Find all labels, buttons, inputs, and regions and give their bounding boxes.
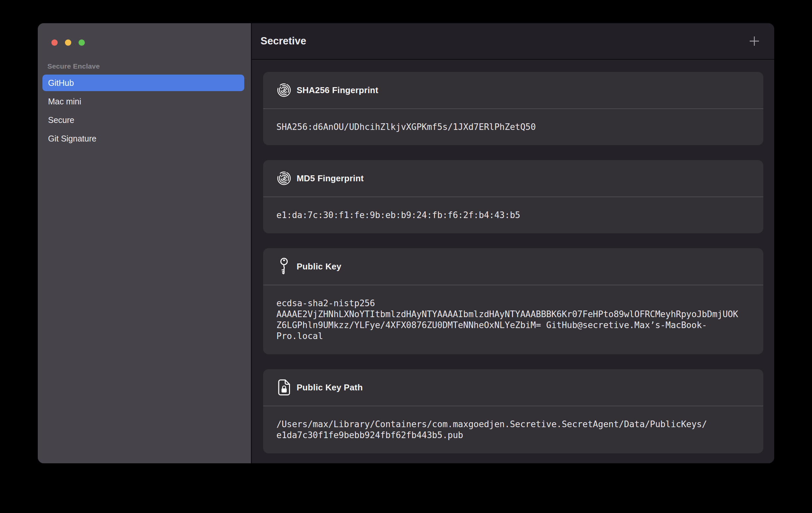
sidebar-item-label: Git Signature [48,134,96,143]
card-body: ecdsa-sha2-nistp256 AAAAE2VjZHNhLXNoYTIt… [263,285,763,354]
sidebar: Secure Enclave GitHub Mac mini Secure Gi… [38,23,252,463]
card-header: Public Key [263,248,763,285]
close-button[interactable] [51,39,58,46]
card-title: Public Key [297,261,341,272]
traffic-lights [51,39,85,46]
plus-icon [748,35,760,47]
md5-fingerprint-card: MD5 Fingerprint e1:da:7c:30:f1:fe:9b:eb:… [263,160,763,233]
card-body: e1:da:7c:30:f1:fe:9b:eb:b9:24:fb:f6:2f:b… [263,197,763,233]
sidebar-item-git-signature[interactable]: Git Signature [42,130,244,147]
lock-document-icon [277,379,292,396]
card-header: SHA256 Fingerprint [263,72,763,109]
add-secret-button[interactable] [747,34,762,48]
public-key-card: Public Key ecdsa-sha2-nistp256 AAAAE2VjZ… [263,248,763,354]
secretive-window: Secure Enclave GitHub Mac mini Secure Gi… [38,23,774,463]
public-key-path-card: Public Key Path /Users/max/Library/Conta… [263,369,763,453]
main-pane: Secretive [252,23,774,463]
sha256-fingerprint-value: SHA256:d6AnOU/UDhcihZlkjvXGPKmf5s/1JXd7E… [277,122,750,133]
md5-fingerprint-value: e1:da:7c:30:f1:fe:9b:eb:b9:24:fb:f6:2f:b… [277,210,750,221]
titlebar: Secretive [252,23,774,60]
minimize-button[interactable] [65,39,71,46]
fingerprint-icon [277,83,292,98]
sidebar-item-label: Mac mini [48,97,81,106]
public-key-value: ecdsa-sha2-nistp256 AAAAE2VjZHNhLXNoYTIt… [277,298,750,342]
sidebar-item-secure[interactable]: Secure [42,112,244,128]
sidebar-item-github[interactable]: GitHub [42,75,244,91]
card-body: SHA256:d6AnOU/UDhcihZlkjvXGPKmf5s/1JXd7E… [263,109,763,145]
main-content: SHA256 Fingerprint SHA256:d6AnOU/UDhcihZ… [252,60,774,463]
sidebar-item-mac-mini[interactable]: Mac mini [42,93,244,110]
public-key-path-value: /Users/max/Library/Containers/com.maxgoe… [277,419,750,441]
card-title: Public Key Path [297,382,363,393]
card-body: /Users/max/Library/Containers/com.maxgoe… [263,406,763,453]
sidebar-item-label: GitHub [48,78,74,88]
window-title: Secretive [261,35,306,47]
key-icon [277,257,292,276]
card-title: SHA256 Fingerprint [297,85,378,95]
card-header: Public Key Path [263,369,763,406]
sidebar-item-label: Secure [48,115,74,125]
card-title: MD5 Fingerprint [297,173,364,183]
sidebar-section-label: Secure Enclave [48,62,244,70]
card-header: MD5 Fingerprint [263,160,763,197]
fingerprint-icon [277,171,292,186]
zoom-button[interactable] [79,39,85,46]
sha256-fingerprint-card: SHA256 Fingerprint SHA256:d6AnOU/UDhcihZ… [263,72,763,145]
